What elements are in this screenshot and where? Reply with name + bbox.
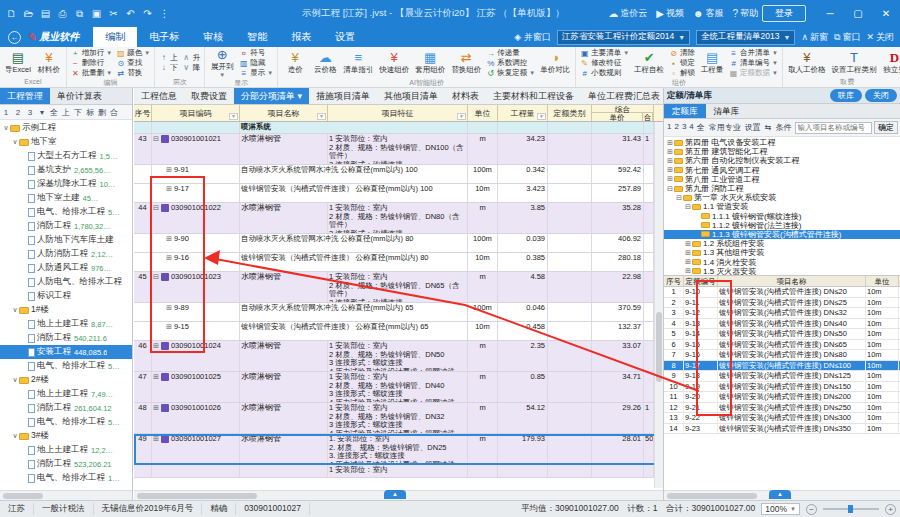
level-button-4[interactable]: 4	[688, 122, 694, 133]
column-header-单价[interactable]: 单价	[592, 113, 643, 121]
library-tree-item[interactable]: ⊞1.5 灭火器安装	[664, 267, 900, 275]
library-table-row[interactable]: 99-18镀锌钢管安装(沟槽式管件连接) DN≤12510m	[664, 371, 900, 382]
ribbon-button-主要清单[interactable]: ▣主要清单▼	[580, 48, 629, 58]
project-tree-item[interactable]: ∨3#楼	[0, 429, 132, 443]
window-mode-label[interactable]: ◈ 并窗口	[514, 31, 550, 44]
column-header-合[interactable]: 合	[643, 113, 653, 121]
library-table-row[interactable]: 109-19镀锌钢管安装(沟槽式管件连接) DN≤15010m	[664, 382, 900, 393]
ribbon-button-解锁[interactable]: ▫解锁	[669, 68, 695, 78]
ribbon-button-系数调控[interactable]: %系数调控	[486, 58, 535, 68]
cut-icon[interactable]: ✂	[106, 6, 121, 21]
ribbon-button-隐藏[interactable]: ▥隐藏	[239, 58, 273, 68]
column-header-序号[interactable]: 序号	[134, 105, 152, 121]
save-icon[interactable]: ▤	[38, 6, 53, 21]
expand-toggle-icon[interactable]: ⊟	[684, 203, 692, 211]
column-header-单位[interactable]: 单位	[468, 105, 498, 121]
project-tree-item[interactable]: 地上土建工程7,49…	[0, 387, 132, 401]
expand-toggle-icon[interactable]: ⊞	[153, 435, 159, 444]
expand-toggle-icon[interactable]: ⊞	[166, 323, 172, 332]
expand-toggle-icon[interactable]: ⊞	[166, 166, 172, 175]
zoom-out-button[interactable]: −	[806, 504, 817, 515]
project-tree-item[interactable]: 地下室土建45…	[0, 191, 132, 205]
back-button[interactable]: ←	[8, 31, 21, 44]
ribbon-button-删除行[interactable]: −删除行	[71, 58, 112, 68]
collapse-panel-button[interactable]: ▲	[384, 490, 406, 499]
ribbon-button-恢复定额[interactable]: ↺恢复定额▼	[486, 68, 535, 78]
tree-tool-1[interactable]: 1	[0, 108, 12, 117]
column-header-定额编号[interactable]: 定额编号	[684, 276, 718, 286]
scroll-thumb[interactable]	[656, 312, 662, 382]
column-header-定额类别[interactable]: 定额类别	[548, 105, 592, 121]
ribbon-button-上[interactable]: ↑上	[159, 53, 178, 63]
project-tree-item[interactable]: 人防电气、给排水工程	[0, 275, 132, 289]
expand-toggle-icon[interactable]: ⊟	[666, 185, 674, 193]
tree-tool-▾[interactable]: ▾	[36, 108, 48, 117]
ribbon-button-符号[interactable]: ¤符号	[239, 48, 273, 58]
project-tree-hscrollbar[interactable]	[0, 490, 132, 500]
project-tree-item[interactable]: 地上土建工程12,2…	[0, 443, 132, 457]
library-table-row[interactable]: 89-17镀锌钢管安装(沟槽式管件连接) DN≤10010m	[664, 361, 900, 372]
column-header-项目名称[interactable]: 项目名称▼	[240, 105, 328, 121]
boq-tab-材料表[interactable]: 材料表	[445, 88, 486, 104]
ribbon-button-批量删[interactable]: ✕批量删▼	[71, 68, 112, 78]
ribbon-button-增加行[interactable]: +增加行▼	[71, 48, 112, 58]
filter-icon[interactable]: ▼	[229, 113, 238, 120]
column-header-工程量[interactable]: 工程量▼	[498, 105, 548, 121]
expand-toggle-icon[interactable]: ⊞	[684, 267, 692, 275]
list-standard-dropdown[interactable]: 全统工程量清单2013▼	[696, 30, 795, 45]
boq-item-row[interactable]: 45⊟030901001023水喷淋钢管1 安装部位：室内2 材质、规格：热镀锌…	[134, 272, 663, 303]
paste-icon[interactable]: ▣	[89, 6, 104, 21]
close-window-button[interactable]: ✕关闭	[866, 31, 894, 44]
tree-tool-标[interactable]: 标	[84, 107, 96, 118]
settings-button[interactable]: 设置	[744, 122, 762, 133]
tree-tool-下[interactable]: 下	[72, 107, 84, 118]
scroll-thumb[interactable]	[3, 493, 43, 499]
library-tree-item[interactable]: ⊞1.2 系统组件安装	[664, 239, 900, 248]
library-tree-item[interactable]: ⊟1.1 管道安装	[664, 202, 900, 211]
expand-toggle-icon[interactable]: ⊞	[166, 235, 172, 244]
ribbon-button-工程自检[interactable]: ✔工程自检	[631, 48, 667, 78]
login-button[interactable]: 登录	[762, 5, 806, 22]
library-tab-清单库[interactable]: 清单库	[706, 104, 748, 118]
quota-sub-row[interactable]: ⊞9-16镀锌钢管安装（沟槽式管件连接） 公称直径(mm以内) 8010m0.3…	[134, 253, 663, 272]
expand-toggle-icon[interactable]: ⊞	[684, 249, 692, 257]
ribbon-button-颜色[interactable]: ▨颜色▼	[116, 48, 150, 58]
redo-icon[interactable]: ↷	[140, 6, 155, 21]
menu-tab-设置[interactable]: 设置	[323, 27, 367, 47]
boq-item-row[interactable]: 43⊟030901001021水喷淋钢管1 安装部位：室内2 材质、规格：热镀锌…	[134, 134, 663, 165]
boq-tab-措施项目清单[interactable]: 措施项目清单	[309, 88, 377, 104]
support-button[interactable]: ☻客服	[693, 7, 724, 20]
library-table-row[interactable]: 129-21镀锌钢管安装(沟槽式管件连接) DN≤25010m	[664, 403, 900, 414]
panel-tab-单价计算表[interactable]: 单价计算表	[50, 88, 109, 104]
ribbon-button-造价[interactable]: ¥造价	[280, 48, 310, 78]
project-tree-item[interactable]: 人防通风工程976…	[0, 261, 132, 275]
library-table-row[interactable]: 19-10镀锌钢管安装(沟槽式管件连接) DN≤2010m	[664, 287, 900, 298]
help-button[interactable]: ?帮助	[732, 7, 758, 20]
tree-tool-删[interactable]: 删	[96, 107, 108, 118]
ribbon-button-清单指引[interactable]: ≡清单指引	[340, 48, 376, 78]
menu-tab-编制[interactable]: 编制	[93, 27, 137, 47]
level-button-1[interactable]: 1	[666, 122, 672, 133]
zoom-slider-thumb[interactable]	[848, 505, 853, 513]
library-table-row[interactable]: 149-23镀锌钢管安装(沟槽式管件连接) DN≤35010m	[664, 424, 900, 435]
library-tab-定额库[interactable]: 定额库	[664, 104, 706, 118]
column-header-序号[interactable]: 序号	[664, 276, 684, 286]
window-button[interactable]: ⧉窗口	[834, 31, 860, 44]
ribbon-button-快速组价[interactable]: ¥快速组价	[376, 48, 412, 78]
app-brand[interactable]: ✎ 晨业软件	[27, 30, 79, 44]
library-table-row[interactable]: 49-13镀锌钢管安装(沟槽式管件连接) DN≤4010m	[664, 319, 900, 330]
sync-icon[interactable]: ⇆	[764, 123, 773, 132]
menu-tab-审核[interactable]: 审核	[191, 27, 235, 47]
library-tree-item[interactable]: ⊟第一章 水灭火系统安装	[664, 193, 900, 202]
ribbon-button-展开到[interactable]: ⊕展开到▼	[207, 48, 237, 78]
project-tree-item[interactable]: 电气、给排水工程1…	[0, 471, 132, 485]
tree-tool-全[interactable]: 全	[48, 107, 60, 118]
ribbon-button-替换组价[interactable]: ⇄替换组价	[448, 48, 484, 78]
expand-toggle-icon[interactable]: ⊞	[666, 166, 674, 174]
boq-tab-取费设置[interactable]: 取费设置	[184, 88, 234, 104]
ribbon-button-传递量[interactable]: →传递量	[486, 48, 535, 58]
project-tree-item[interactable]: 基坑支护2,655,56…	[0, 163, 132, 177]
library-tree-item[interactable]: ⊞第四册 电气设备安装工程	[664, 138, 900, 147]
ribbon-button-修改特征[interactable]: ✎修改特征	[580, 58, 629, 68]
project-tree-item[interactable]: 消防工程523,206.21	[0, 457, 132, 471]
